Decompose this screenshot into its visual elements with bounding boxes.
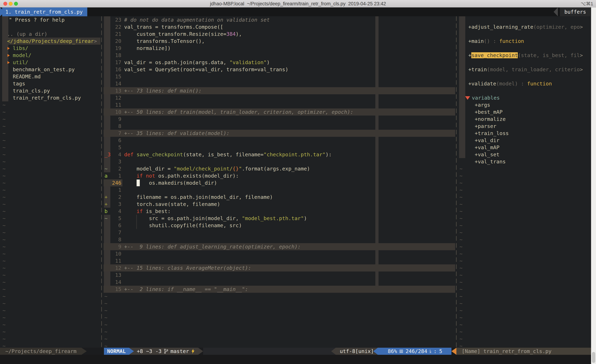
powerline-arrow-icon: [331, 348, 336, 355]
tagbar-tag-item[interactable]: +adjust_learning_rate(optimizer, epo>: [458, 23, 591, 30]
nerdtree-root[interactable]: </jdhao/Projects/deep_firear>: [2, 37, 100, 45]
code-line[interactable]: +2 filename = os.path.join(model_dir, fi…: [104, 194, 455, 201]
code-line[interactable]: 23# do not do data augmentation on valid…: [104, 16, 455, 23]
gutter-sign-glyph: +: [104, 194, 107, 200]
nerdtree-file-name: train_cls.py: [13, 87, 50, 94]
line-number: 4: [110, 151, 121, 158]
fold-summary-text[interactable]: +-- 50 lines: def train(model, train_loa…: [124, 109, 353, 116]
code-line-blank: 9: [104, 116, 455, 123]
tag-variable-name: +val_dir: [475, 137, 499, 144]
scrollbar-track: [591, 7, 596, 364]
tagbar-tag-item[interactable]: +validate(model) : function: [458, 80, 591, 87]
position-colon: :: [433, 348, 437, 355]
empty-line-tilde: ~: [458, 194, 591, 201]
code-text: src = os.path.join(model_dir, "model_bes…: [124, 215, 307, 222]
code-line[interactable]: 20 transforms.ToTensor(),: [104, 37, 455, 45]
tagbar-tag-item[interactable]: +parser: [458, 123, 591, 130]
line-number: 17: [110, 59, 121, 66]
code-text: shutil.copyfile(filename, src): [124, 222, 242, 229]
fold-summary-text[interactable]: +-- 35 lines: def validate(model):: [124, 130, 230, 137]
code-line[interactable]: _34def save_checkpoint(state, is_best, f…: [104, 151, 455, 158]
code-line[interactable]: 16val_set = QuerySet(root=val_dir, trans…: [104, 66, 455, 73]
code-line-blank: 7: [104, 229, 455, 236]
code-line[interactable]: b4 if is_best:: [104, 208, 455, 215]
folded-code-line[interactable]: 10+-- 50 lines: def train(model, train_l…: [104, 109, 455, 116]
tagbar-tag-item[interactable]: +normalize: [458, 116, 591, 123]
line-number: 6: [110, 137, 121, 144]
nerdtree-dir-item[interactable]: util/: [2, 59, 100, 66]
folded-code-line[interactable]: 9+-- 9 lines: def adjust_learning_rate(o…: [104, 243, 455, 250]
nerdtree-sidebar[interactable]: " Press ? for help.. (up a dir)</jdhao/P…: [2, 16, 100, 348]
tagbar-sidebar[interactable]: +adjust_learning_rate(optimizer, epo>+ma…: [458, 16, 591, 348]
tagbar-tag-item[interactable]: +val_dir: [458, 137, 591, 144]
line-number: 21: [110, 30, 121, 37]
gutter-mark-sign: b: [104, 208, 110, 215]
nerdtree-file-item[interactable]: README.md: [2, 73, 100, 80]
line-number: 12: [110, 94, 121, 101]
line-number: 5: [110, 144, 121, 151]
code-line[interactable]: ~2 model_dir = "model/check_point/{}".fo…: [104, 165, 455, 172]
tagbar-tag-item[interactable]: +val_trans: [458, 158, 591, 165]
nerdtree-file-item[interactable]: benchmark_on_test.py: [2, 66, 100, 73]
folded-code-line[interactable]: 13+-- 73 lines: def main():: [104, 87, 455, 94]
code-line[interactable]: 22val_trans = transforms.Compose([: [104, 23, 455, 30]
tag-entry-text: +main() : function: [468, 37, 524, 45]
window-separator[interactable]: [456, 16, 457, 348]
code-line[interactable]: 21 custom_transform.Resize(size=384),: [104, 30, 455, 37]
folded-code-line[interactable]: 12+-- 15 lines: class AverageMeter(objec…: [104, 264, 455, 271]
folded-code-line[interactable]: 15+-- 2 lines: if __name__ == "__main__"…: [104, 286, 455, 293]
powerline-arrow-icon: [82, 348, 87, 355]
nerdtree-file-item[interactable]: tags: [2, 80, 100, 87]
nerdtree-file-item[interactable]: train_cls.py: [2, 87, 100, 94]
empty-line-tilde: ~: [2, 300, 100, 307]
fold-summary-text[interactable]: +-- 9 lines: def adjust_learning_rate(op…: [124, 243, 301, 250]
tagbar-section-header[interactable]: variables: [458, 94, 591, 101]
lines-icon: [399, 350, 403, 353]
tagbar-tag-item[interactable]: +args: [458, 101, 591, 109]
fold-summary-text[interactable]: +-- 2 lines: if __name__ == "__main__":: [124, 286, 248, 293]
empty-line-tilde: ~: [104, 321, 455, 328]
empty-line-tilde: ~: [458, 300, 591, 307]
nerdtree-updir[interactable]: .. (up a dir): [2, 30, 100, 37]
code-line[interactable]: 19 normalize]): [104, 45, 455, 52]
code-line[interactable]: a1 if not os.path.exists(model_dir):: [104, 172, 455, 179]
scrollbar-thumb[interactable]: [592, 352, 595, 363]
tagbar-tag-item[interactable]: +save_checkpoint(state, is_best, fil>: [458, 52, 591, 59]
triangle-down-icon: [465, 96, 470, 100]
empty-line-tilde: ~: [458, 314, 591, 321]
code-line[interactable]: 17val_dir = os.path.join(args.data, "val…: [104, 59, 455, 66]
statusline-encoding: utf-8[unix]: [336, 348, 378, 355]
window-separator[interactable]: [101, 16, 102, 348]
code-line[interactable]: 246 os.makedirs(model_dir): [104, 179, 455, 186]
fold-summary-text[interactable]: +-- 15 lines: class AverageMeter(object)…: [124, 264, 251, 271]
folded-code-line[interactable]: 7+-- 35 lines: def validate(model):: [104, 130, 455, 137]
vim-command-line[interactable]: [0, 355, 591, 364]
empty-line-tilde: ~: [458, 335, 591, 342]
buffers-label[interactable]: buffers: [560, 7, 591, 16]
fold-summary-text[interactable]: +-- 73 lines: def main():: [124, 87, 202, 94]
gutter-sign-glyph: _3: [104, 152, 111, 158]
code-line[interactable]: +3 torch.save(state, filename): [104, 201, 455, 208]
main-area: " Press ? for help.. (up a dir)</jdhao/P…: [0, 16, 591, 348]
tagbar-tag-item[interactable]: +val_set: [458, 151, 591, 158]
code-text: model_dir = "model/check_point/{}".forma…: [124, 165, 310, 172]
code-line[interactable]: 6 shutil.copyfile(filename, src): [104, 222, 455, 229]
tagbar-tag-item[interactable]: +train_loss: [458, 130, 591, 137]
empty-line-tilde: ~: [2, 151, 100, 158]
nerdtree-file-item[interactable]: train_retr_from_cls.py: [2, 94, 100, 101]
tagbar-tag-item[interactable]: +best_mAP: [458, 109, 591, 116]
tagbar-tag-item[interactable]: +val_mAP: [458, 144, 591, 151]
nerdtree-dir-item[interactable]: libs/: [2, 45, 100, 52]
code-line-blank: 11: [104, 257, 455, 264]
code-window[interactable]: 23# do not do data augmentation on valid…: [104, 16, 455, 348]
nerdtree-dir-item[interactable]: model/: [2, 52, 100, 59]
tagbar-tag-item[interactable]: +main() : function: [458, 37, 591, 45]
empty-line-tilde: ~: [458, 342, 591, 348]
statusline-tagbar-name: [Name] train_retr_from_cls.py: [456, 348, 591, 355]
tab-active[interactable]: 1. train_retr_from_cls.py: [2, 7, 87, 16]
code-text: # do not do data augmentation on validat…: [124, 16, 270, 23]
empty-line-tilde: ~: [2, 116, 100, 123]
empty-line-tilde: ~: [458, 243, 591, 250]
tagbar-tag-item[interactable]: +train(model, train_loader, criterio>: [458, 66, 591, 73]
code-line[interactable]: ~5 src = os.path.join(model_dir, "model_…: [104, 215, 455, 222]
